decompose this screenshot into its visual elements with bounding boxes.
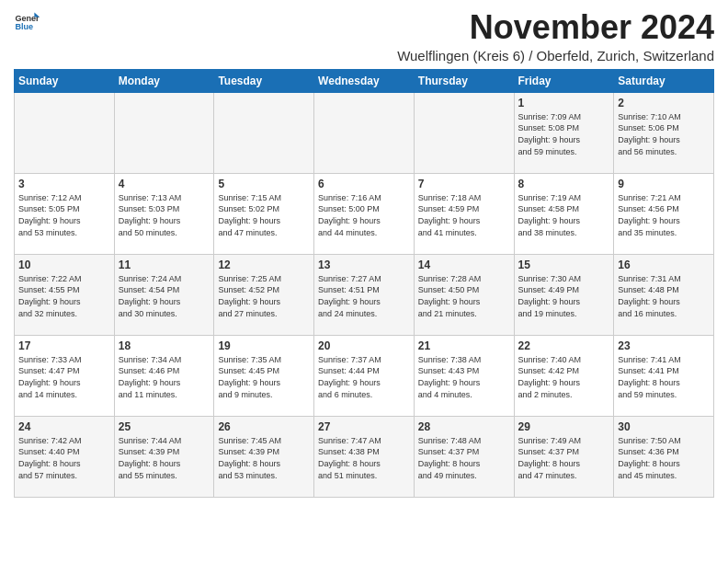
weekday-header-wednesday: Wednesday: [314, 69, 415, 92]
weekday-header-monday: Monday: [114, 69, 214, 92]
calendar-cell: [414, 92, 514, 173]
weekday-header-tuesday: Tuesday: [214, 69, 314, 92]
day-number: 25: [119, 419, 210, 434]
calendar-cell: [114, 92, 214, 173]
calendar-week-5: 24Sunrise: 7:42 AM Sunset: 4:40 PM Dayli…: [15, 416, 714, 497]
calendar-cell: 24Sunrise: 7:42 AM Sunset: 4:40 PM Dayli…: [15, 416, 115, 497]
day-number: 7: [418, 177, 510, 191]
day-info: Sunrise: 7:30 AM Sunset: 4:49 PM Dayligh…: [518, 273, 610, 319]
calendar-cell: 20Sunrise: 7:37 AM Sunset: 4:44 PM Dayli…: [314, 335, 415, 416]
day-info: Sunrise: 7:21 AM Sunset: 4:56 PM Dayligh…: [618, 192, 710, 238]
calendar-cell: [15, 92, 115, 173]
calendar-cell: 3Sunrise: 7:12 AM Sunset: 5:05 PM Daylig…: [15, 173, 115, 254]
day-number: 14: [418, 258, 510, 272]
day-info: Sunrise: 7:47 AM Sunset: 4:38 PM Dayligh…: [318, 435, 410, 481]
day-number: 30: [618, 419, 710, 434]
calendar-cell: 16Sunrise: 7:31 AM Sunset: 4:48 PM Dayli…: [614, 254, 714, 335]
calendar-cell: 25Sunrise: 7:44 AM Sunset: 4:39 PM Dayli…: [114, 416, 214, 497]
day-info: Sunrise: 7:48 AM Sunset: 4:37 PM Dayligh…: [418, 435, 510, 481]
logo: General Blue: [14, 9, 40, 35]
day-info: Sunrise: 7:34 AM Sunset: 4:46 PM Dayligh…: [119, 354, 210, 400]
calendar-cell: 23Sunrise: 7:41 AM Sunset: 4:41 PM Dayli…: [614, 335, 714, 416]
day-number: 5: [218, 177, 310, 191]
day-number: 16: [618, 258, 710, 272]
month-title: November 2024: [40, 9, 714, 46]
day-number: 3: [18, 177, 110, 191]
day-info: Sunrise: 7:10 AM Sunset: 5:06 PM Dayligh…: [618, 111, 710, 157]
day-number: 11: [119, 258, 210, 272]
day-info: Sunrise: 7:16 AM Sunset: 5:00 PM Dayligh…: [318, 192, 410, 238]
calendar-cell: 6Sunrise: 7:16 AM Sunset: 5:00 PM Daylig…: [314, 173, 415, 254]
calendar-cell: 10Sunrise: 7:22 AM Sunset: 4:55 PM Dayli…: [15, 254, 115, 335]
calendar-cell: [214, 92, 314, 173]
calendar-cell: 8Sunrise: 7:19 AM Sunset: 4:58 PM Daylig…: [514, 173, 614, 254]
day-info: Sunrise: 7:22 AM Sunset: 4:55 PM Dayligh…: [18, 273, 110, 319]
day-info: Sunrise: 7:09 AM Sunset: 5:08 PM Dayligh…: [518, 111, 610, 157]
day-number: 27: [318, 419, 410, 434]
day-number: 2: [618, 96, 710, 110]
title-area: November 2024 Wuelflingen (Kreis 6) / Ob…: [40, 9, 714, 63]
weekday-header-sunday: Sunday: [15, 69, 115, 92]
day-number: 24: [18, 419, 110, 434]
day-number: 18: [119, 339, 210, 353]
day-info: Sunrise: 7:42 AM Sunset: 4:40 PM Dayligh…: [18, 435, 110, 481]
calendar-cell: 2Sunrise: 7:10 AM Sunset: 5:06 PM Daylig…: [614, 92, 714, 173]
day-info: Sunrise: 7:38 AM Sunset: 4:43 PM Dayligh…: [418, 354, 510, 400]
day-info: Sunrise: 7:12 AM Sunset: 5:05 PM Dayligh…: [18, 192, 110, 238]
calendar-cell: 13Sunrise: 7:27 AM Sunset: 4:51 PM Dayli…: [314, 254, 415, 335]
calendar-cell: 5Sunrise: 7:15 AM Sunset: 5:02 PM Daylig…: [214, 173, 314, 254]
calendar-cell: 19Sunrise: 7:35 AM Sunset: 4:45 PM Dayli…: [214, 335, 314, 416]
calendar-cell: 30Sunrise: 7:50 AM Sunset: 4:36 PM Dayli…: [614, 416, 714, 497]
day-info: Sunrise: 7:45 AM Sunset: 4:39 PM Dayligh…: [218, 435, 310, 481]
weekday-header-saturday: Saturday: [614, 69, 714, 92]
day-number: 22: [518, 339, 610, 353]
weekday-header-thursday: Thursday: [414, 69, 514, 92]
day-number: 19: [218, 339, 310, 353]
calendar-cell: 18Sunrise: 7:34 AM Sunset: 4:46 PM Dayli…: [114, 335, 214, 416]
day-number: 10: [18, 258, 110, 272]
calendar-cell: 12Sunrise: 7:25 AM Sunset: 4:52 PM Dayli…: [214, 254, 314, 335]
day-number: 20: [318, 339, 410, 353]
day-info: Sunrise: 7:25 AM Sunset: 4:52 PM Dayligh…: [218, 273, 310, 319]
day-info: Sunrise: 7:44 AM Sunset: 4:39 PM Dayligh…: [119, 435, 210, 481]
calendar-cell: 27Sunrise: 7:47 AM Sunset: 4:38 PM Dayli…: [314, 416, 415, 497]
calendar-cell: 29Sunrise: 7:49 AM Sunset: 4:37 PM Dayli…: [514, 416, 614, 497]
day-number: 21: [418, 339, 510, 353]
day-info: Sunrise: 7:50 AM Sunset: 4:36 PM Dayligh…: [618, 435, 710, 481]
calendar-cell: 11Sunrise: 7:24 AM Sunset: 4:54 PM Dayli…: [114, 254, 214, 335]
day-info: Sunrise: 7:49 AM Sunset: 4:37 PM Dayligh…: [518, 435, 610, 481]
calendar-cell: 21Sunrise: 7:38 AM Sunset: 4:43 PM Dayli…: [414, 335, 514, 416]
calendar-cell: 22Sunrise: 7:40 AM Sunset: 4:42 PM Dayli…: [514, 335, 614, 416]
day-info: Sunrise: 7:41 AM Sunset: 4:41 PM Dayligh…: [618, 354, 710, 400]
day-info: Sunrise: 7:13 AM Sunset: 5:03 PM Dayligh…: [119, 192, 210, 238]
calendar-week-3: 10Sunrise: 7:22 AM Sunset: 4:55 PM Dayli…: [15, 254, 714, 335]
calendar-cell: 1Sunrise: 7:09 AM Sunset: 5:08 PM Daylig…: [514, 92, 614, 173]
calendar-cell: 7Sunrise: 7:18 AM Sunset: 4:59 PM Daylig…: [414, 173, 514, 254]
day-info: Sunrise: 7:35 AM Sunset: 4:45 PM Dayligh…: [218, 354, 310, 400]
day-info: Sunrise: 7:15 AM Sunset: 5:02 PM Dayligh…: [218, 192, 310, 238]
day-number: 28: [418, 419, 510, 434]
calendar-cell: 17Sunrise: 7:33 AM Sunset: 4:47 PM Dayli…: [15, 335, 115, 416]
calendar-cell: 9Sunrise: 7:21 AM Sunset: 4:56 PM Daylig…: [614, 173, 714, 254]
day-number: 29: [518, 419, 610, 434]
calendar-week-2: 3Sunrise: 7:12 AM Sunset: 5:05 PM Daylig…: [15, 173, 714, 254]
calendar-cell: 14Sunrise: 7:28 AM Sunset: 4:50 PM Dayli…: [414, 254, 514, 335]
day-info: Sunrise: 7:28 AM Sunset: 4:50 PM Dayligh…: [418, 273, 510, 319]
calendar-cell: 4Sunrise: 7:13 AM Sunset: 5:03 PM Daylig…: [114, 173, 214, 254]
svg-text:Blue: Blue: [15, 22, 33, 31]
day-number: 8: [518, 177, 610, 191]
day-info: Sunrise: 7:33 AM Sunset: 4:47 PM Dayligh…: [18, 354, 110, 400]
calendar-week-1: 1Sunrise: 7:09 AM Sunset: 5:08 PM Daylig…: [15, 92, 714, 173]
calendar-cell: 15Sunrise: 7:30 AM Sunset: 4:49 PM Dayli…: [514, 254, 614, 335]
day-info: Sunrise: 7:31 AM Sunset: 4:48 PM Dayligh…: [618, 273, 710, 319]
calendar-header-row: SundayMondayTuesdayWednesdayThursdayFrid…: [15, 69, 714, 92]
day-number: 1: [518, 96, 610, 110]
calendar-cell: [314, 92, 415, 173]
day-number: 12: [218, 258, 310, 272]
day-number: 9: [618, 177, 710, 191]
day-number: 6: [318, 177, 410, 191]
day-number: 26: [218, 419, 310, 434]
day-info: Sunrise: 7:37 AM Sunset: 4:44 PM Dayligh…: [318, 354, 410, 400]
header: General Blue November 2024 Wuelflingen (…: [14, 9, 714, 63]
day-number: 13: [318, 258, 410, 272]
